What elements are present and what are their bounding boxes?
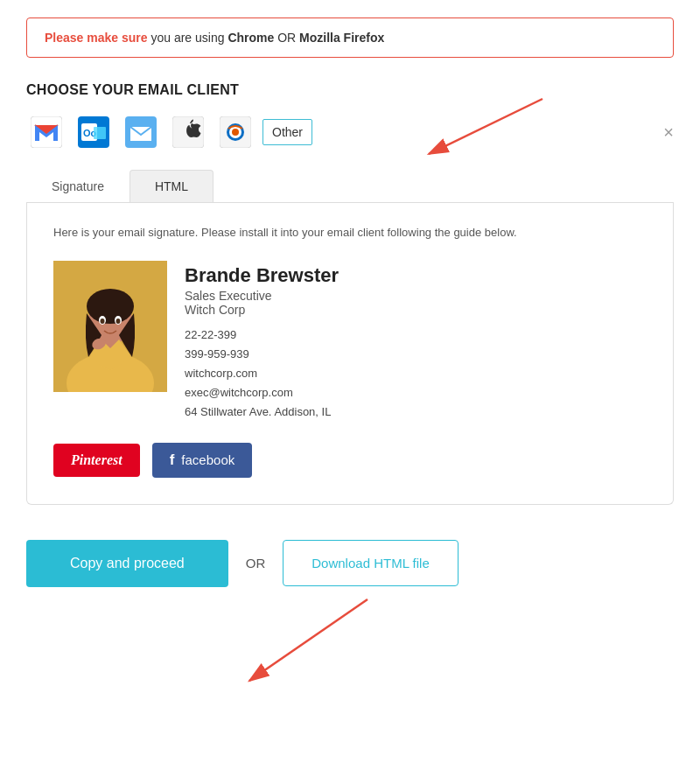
- arrow2: [201, 595, 376, 691]
- signature-description: Here is your email signature. Please ins…: [53, 224, 647, 242]
- svg-point-18: [101, 318, 105, 324]
- sig-company: Witch Corp: [185, 303, 339, 317]
- signature-card: Here is your email signature. Please ins…: [26, 203, 674, 505]
- facebook-button[interactable]: f facebook: [152, 443, 253, 478]
- sig-content: Brande Brewster Sales Executive Witch Co…: [53, 261, 647, 422]
- client-thunderbird[interactable]: [215, 112, 256, 152]
- svg-point-15: [87, 289, 134, 324]
- sig-job-title: Sales Executive: [185, 289, 339, 303]
- download-html-button[interactable]: Download HTML file: [283, 540, 458, 586]
- close-icon[interactable]: ×: [663, 122, 674, 143]
- sig-email: exec@witchcorp.com: [185, 383, 339, 402]
- svg-line-24: [249, 599, 368, 681]
- client-gmail[interactable]: [26, 112, 66, 152]
- client-apple[interactable]: [168, 112, 208, 152]
- alert-text-middle: you are using: [150, 31, 228, 45]
- facebook-f-icon: f: [170, 452, 175, 469]
- profile-photo: [53, 261, 167, 392]
- sig-website: witchcorp.com: [185, 364, 339, 383]
- social-buttons: Pinterest f facebook: [53, 443, 647, 478]
- sig-details: Brande Brewster Sales Executive Witch Co…: [185, 261, 339, 422]
- sig-name: Brande Brewster: [185, 264, 339, 287]
- alert-text-firefox: Mozilla Firefox: [299, 31, 384, 45]
- client-apple-mail[interactable]: [121, 112, 161, 152]
- sig-address: 64 Stillwater Ave. Addison, IL: [185, 402, 339, 422]
- copy-proceed-button[interactable]: Copy and proceed: [26, 540, 228, 587]
- sig-phone1: 22-22-399: [185, 326, 339, 345]
- sig-phone2: 399-959-939: [185, 345, 339, 364]
- alert-text-sure: Please make sure: [45, 31, 148, 45]
- alert-banner: Please make sure you are using Chrome OR…: [26, 18, 674, 58]
- section-title: CHOOSE YOUR EMAIL CLIENT: [26, 82, 674, 98]
- svg-point-10: [232, 129, 239, 136]
- alert-text-or: OR: [277, 31, 299, 45]
- tab-signature[interactable]: Signature: [26, 170, 130, 202]
- action-bar: Copy and proceed OR Download HTML file: [26, 540, 674, 587]
- tab-html[interactable]: HTML: [130, 170, 214, 202]
- email-client-row: Oo Other ×: [26, 112, 674, 152]
- svg-point-19: [116, 318, 121, 324]
- sig-info: 22-22-399 399-959-939 witchcorp.com exec…: [185, 326, 339, 422]
- client-outlook[interactable]: Oo: [74, 112, 114, 152]
- or-label: OR: [246, 556, 266, 570]
- alert-text-chrome: Chrome: [228, 31, 274, 45]
- tabs-row: Signature HTML: [26, 170, 674, 203]
- pinterest-button[interactable]: Pinterest: [53, 444, 140, 477]
- svg-rect-4: [94, 127, 106, 139]
- client-other[interactable]: Other: [262, 119, 312, 145]
